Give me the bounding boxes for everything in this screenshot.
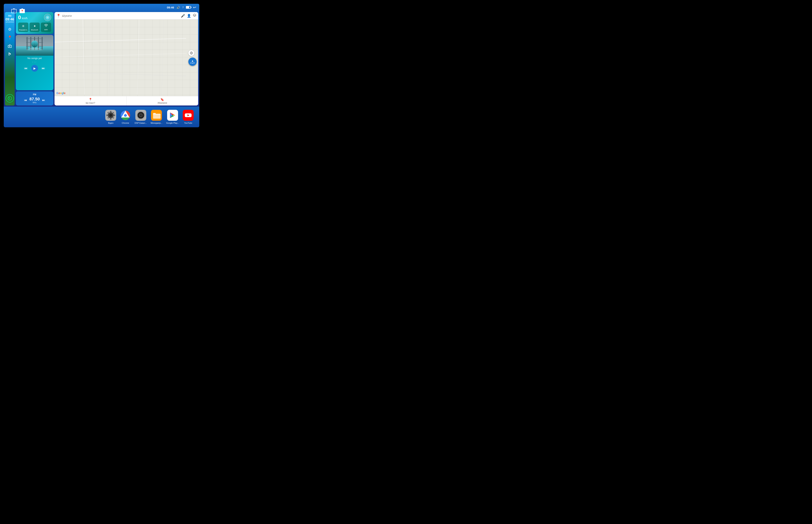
main-content: ПН 09:46 10/16/2023 ⚙ 📍 T: [4, 11, 199, 107]
svg-point-44: [113, 117, 114, 118]
fm-unit: MHz: [29, 101, 40, 103]
quick-buttons: ✳ Яскравість ✦ Bluetooth: [18, 22, 51, 32]
svg-point-39: [106, 115, 108, 116]
location-button[interactable]: 📍: [6, 34, 13, 41]
fm-widget: FM ⏮ 87.50 MHz ⏭: [16, 92, 53, 105]
fm-frequency: 87.50: [29, 97, 40, 101]
svg-line-24: [83, 19, 85, 95]
radio-button[interactable]: [6, 43, 13, 49]
map-area[interactable]: Google ▲: [54, 19, 198, 96]
layers-icon[interactable]: [193, 14, 196, 18]
svg-rect-0: [8, 45, 12, 48]
bluetooth-quick-button[interactable]: ✦ Bluetooth: [30, 22, 40, 32]
maps-icon[interactable]: 📍: [19, 9, 25, 13]
fm-band-label: FM: [33, 93, 36, 96]
sidebar-bottom: T: [6, 93, 14, 103]
svg-line-27: [162, 19, 164, 95]
fm-prev-button[interactable]: ⏮: [24, 99, 27, 102]
speed-value: 0: [18, 15, 21, 20]
tachometer-button[interactable]: T: [6, 94, 14, 102]
music-info: No songs yet ··· ⏮ ▶ ⏭: [16, 56, 53, 73]
youtube-label: YouTube: [184, 122, 192, 124]
video-icon: [105, 110, 116, 121]
svg-point-40: [114, 115, 115, 116]
svg-line-25: [109, 19, 111, 95]
speed-top: 0 km/h: [18, 14, 51, 21]
account-icon[interactable]: 👤: [187, 14, 191, 18]
svg-point-5: [46, 27, 46, 27]
next-track-button[interactable]: ⏭: [42, 66, 45, 70]
manager-app[interactable]: Менеджер...: [151, 110, 163, 124]
fm-freq-display: 87.50 MHz: [29, 97, 40, 103]
svg-point-19: [26, 49, 43, 51]
svg-text:T: T: [9, 98, 10, 99]
chrome-icon: [120, 110, 131, 121]
volume-level: 7: [182, 6, 184, 9]
home-icon[interactable]: ⌂: [11, 9, 17, 13]
prev-track-button[interactable]: ⏮: [24, 66, 28, 70]
bluetooth-button[interactable]: [6, 51, 13, 58]
svg-point-37: [110, 111, 112, 112]
volume-icon[interactable]: 🔊: [176, 6, 180, 9]
wifi-button[interactable]: WIFI: [41, 22, 51, 32]
manager-icon: [151, 110, 162, 121]
saved-icon: 🔖: [160, 98, 164, 101]
map-panel: 📍 🎤 👤: [54, 12, 198, 105]
map-locate-button[interactable]: [188, 50, 194, 56]
svg-point-54: [140, 115, 142, 116]
speed-unit: km/h: [22, 17, 28, 20]
svg-line-23: [54, 72, 186, 76]
map-search-icons: 🎤 👤: [181, 14, 196, 18]
bluetooth-quick-icon: ✦: [33, 24, 36, 28]
nearby-button[interactable]: 📍 Що поруч?: [54, 96, 127, 105]
svg-line-22: [54, 53, 186, 57]
video-app[interactable]: Відео: [105, 110, 116, 124]
music-art: [16, 35, 53, 56]
svg-point-42: [113, 112, 114, 113]
battery-icon: [186, 6, 191, 9]
play-button[interactable]: ▶: [31, 65, 38, 72]
wifi-label: WIFI: [44, 29, 48, 31]
svg-line-26: [137, 19, 139, 95]
settings-button[interactable]: ⚙: [6, 26, 13, 33]
bluetooth-quick-label: Bluetooth: [31, 29, 38, 31]
youtube-icon: [183, 110, 194, 121]
voice-search-icon[interactable]: 🎤: [181, 14, 185, 18]
main-screen: ⌂ 📍 09:46 🔊 7 ↩ ПН 09:46 10/16/2023 ⚙ 📍: [4, 4, 199, 127]
chrome-label: Chrome: [122, 122, 129, 124]
svg-point-38: [110, 118, 112, 120]
saved-button[interactable]: 🔖 Збережене: [127, 96, 198, 105]
saved-label: Збережене: [158, 102, 167, 104]
google-logo: Google: [56, 92, 65, 95]
brightness-button[interactable]: ✳ Яскравість: [18, 22, 28, 32]
start-label: СТАРТ: [190, 62, 195, 64]
map-search-input[interactable]: [62, 14, 179, 17]
svg-point-1: [10, 46, 10, 47]
back-button[interactable]: ↩: [193, 5, 196, 10]
svg-marker-20: [193, 14, 196, 16]
dsp-icon: [135, 110, 146, 121]
svg-point-29: [191, 53, 192, 53]
map-bottom-bar: 📍 Що поруч? 🔖 Збережене: [54, 96, 198, 105]
status-left-icons: ⌂ 📍: [11, 7, 25, 15]
chrome-app[interactable]: Chrome: [120, 110, 131, 124]
map-roads-svg: [54, 19, 198, 96]
speed-indicator: [44, 14, 51, 21]
sidebar-clock: 09:46: [5, 18, 14, 21]
svg-point-43: [107, 117, 109, 118]
dsp-app[interactable]: DSP Еквал...: [135, 110, 147, 124]
nearby-label: Що поруч?: [86, 102, 95, 104]
googleplay-app[interactable]: Google Play...: [166, 110, 179, 124]
svg-point-56: [140, 118, 141, 119]
brightness-icon: ✳: [22, 24, 24, 28]
svg-line-21: [54, 38, 186, 42]
map-right-buttons: ▲ СТАРТ: [188, 50, 197, 66]
svg-point-55: [140, 112, 141, 112]
fm-next-button[interactable]: ⏭: [42, 99, 45, 102]
sidebar: ПН 09:46 10/16/2023 ⚙ 📍 T: [5, 12, 15, 105]
youtube-app[interactable]: YouTube: [183, 110, 194, 124]
wifi-icon: [44, 24, 48, 28]
music-controls: ⏮ ▶ ⏭: [18, 65, 51, 72]
map-start-button[interactable]: ▲ СТАРТ: [188, 58, 197, 66]
svg-point-41: [107, 112, 109, 113]
